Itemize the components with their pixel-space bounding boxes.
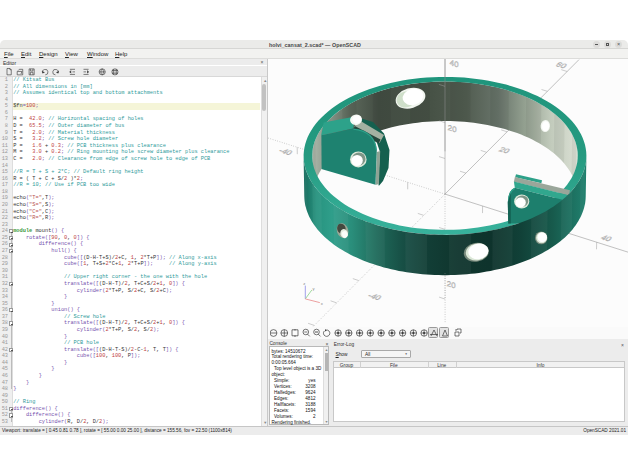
svg-text:40: 40 [449,59,459,69]
svg-text:x: x [321,301,324,306]
svg-text:-40: -40 [277,147,295,157]
svg-text:20: 20 [446,279,456,290]
svg-text:20: 20 [447,123,457,134]
svg-text:40: 40 [599,234,614,243]
svg-text:z: z [303,280,305,285]
svg-text:-40: -40 [366,292,384,302]
svg-text:y: y [313,285,316,290]
svg-text:60: 60 [554,61,569,70]
svg-text:20: 20 [497,146,512,155]
